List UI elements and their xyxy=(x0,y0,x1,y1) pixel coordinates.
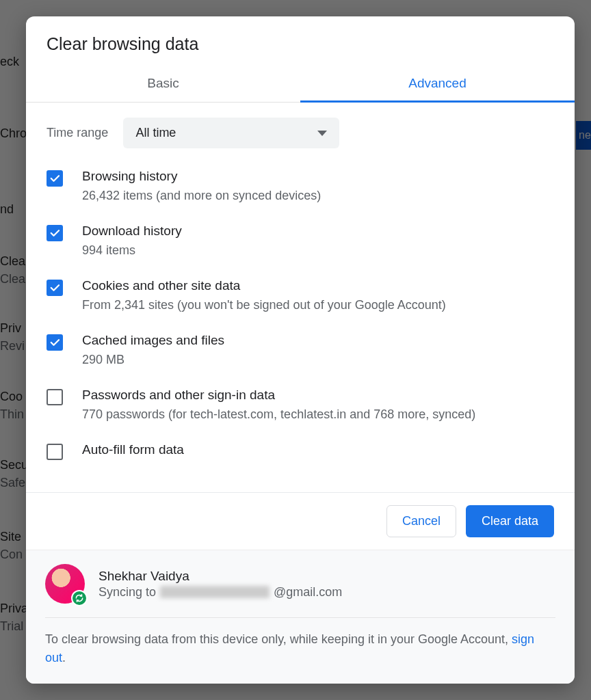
dialog-body: Time range All time Browsing history26,4… xyxy=(26,103,575,492)
clear-item-sub: From 2,341 sites (you won't be signed ou… xyxy=(82,296,446,314)
dialog-actions: Cancel Clear data xyxy=(26,492,575,550)
clear-item: Cached images and files290 MB xyxy=(47,333,554,368)
clear-item-title: Auto-fill form data xyxy=(82,442,184,457)
clear-item-sub: 26,432 items (and more on synced devices… xyxy=(82,187,321,204)
clear-item-text: Cached images and files290 MB xyxy=(82,333,224,368)
checkbox[interactable] xyxy=(47,280,63,296)
clear-item-title: Cached images and files xyxy=(82,333,224,348)
clear-item-text: Download history994 items xyxy=(82,224,182,259)
note-pre: To clear browsing data from this device … xyxy=(45,632,512,646)
clear-item-sub: 290 MB xyxy=(82,351,224,368)
time-range-value: All time xyxy=(135,126,176,140)
account-sync-line: Syncing to @gmail.com xyxy=(98,585,342,600)
dialog-tabs: Basic Advanced xyxy=(26,66,575,103)
time-range-label: Time range xyxy=(47,126,108,140)
email-suffix: @gmail.com xyxy=(274,585,342,600)
tab-basic[interactable]: Basic xyxy=(26,66,300,102)
avatar xyxy=(45,564,85,604)
clear-item-title: Browsing history xyxy=(82,169,321,184)
clear-item-title: Passwords and other sign-in data xyxy=(82,388,475,403)
account-note: To clear browsing data from this device … xyxy=(45,630,555,667)
chevron-down-icon xyxy=(317,131,327,136)
cancel-button[interactable]: Cancel xyxy=(386,505,456,537)
sync-icon xyxy=(71,590,88,606)
clear-item-title: Download history xyxy=(82,224,182,239)
account-name: Shekhar Vaidya xyxy=(98,569,342,584)
tab-advanced[interactable]: Advanced xyxy=(300,66,575,102)
account-footer: Shekhar Vaidya Syncing to @gmail.com To … xyxy=(26,550,575,684)
clear-item: Passwords and other sign-in data770 pass… xyxy=(47,388,554,423)
redacted-email xyxy=(160,586,270,598)
clear-item-text: Cookies and other site dataFrom 2,341 si… xyxy=(82,278,446,314)
clear-item: Cookies and other site dataFrom 2,341 si… xyxy=(47,278,554,314)
clear-items-list: Browsing history26,432 items (and more o… xyxy=(47,169,554,460)
clear-browsing-data-dialog: Clear browsing data Basic Advanced Time … xyxy=(26,16,575,684)
syncing-prefix: Syncing to xyxy=(98,585,156,600)
checkbox[interactable] xyxy=(47,444,63,460)
clear-item-title: Cookies and other site data xyxy=(82,278,446,293)
clear-item-sub: 994 items xyxy=(82,241,182,259)
clear-item: Browsing history26,432 items (and more o… xyxy=(47,169,554,204)
checkbox[interactable] xyxy=(47,334,63,351)
clear-item-text: Auto-fill form data xyxy=(82,442,184,460)
note-post: . xyxy=(62,651,66,664)
checkbox[interactable] xyxy=(47,170,63,187)
clear-data-button[interactable]: Clear data xyxy=(466,505,554,537)
clear-item: Download history994 items xyxy=(47,224,554,259)
dialog-title: Clear browsing data xyxy=(26,16,575,66)
time-range-row: Time range All time xyxy=(47,118,554,148)
checkbox[interactable] xyxy=(47,389,63,405)
time-range-select[interactable]: All time xyxy=(123,118,339,148)
clear-item-sub: 770 passwords (for tech-latest.com, tech… xyxy=(82,405,475,423)
account-row: Shekhar Vaidya Syncing to @gmail.com xyxy=(45,564,555,618)
checkbox[interactable] xyxy=(47,225,63,241)
clear-item-text: Passwords and other sign-in data770 pass… xyxy=(82,388,475,423)
clear-item-text: Browsing history26,432 items (and more o… xyxy=(82,169,321,204)
clear-item: Auto-fill form data xyxy=(47,442,554,460)
